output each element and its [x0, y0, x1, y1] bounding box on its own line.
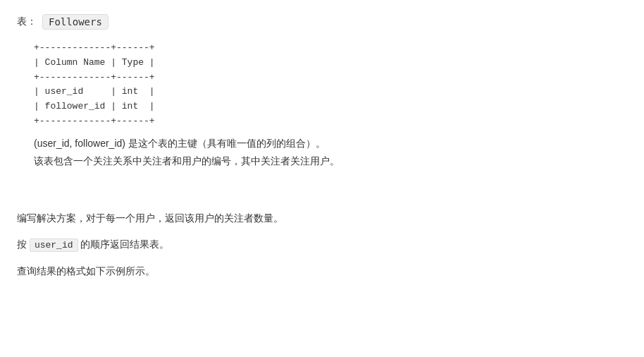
description-block: (user_id, follower_id) 是这个表的主键（具有唯一值的列的组…: [34, 135, 627, 170]
schema-border-mid: +-------------+------+: [34, 72, 155, 83]
description-line2: 该表包含一个关注关系中关注者和用户的编号，其中关注者关注用户。: [34, 152, 627, 170]
description-line1: (user_id, follower_id) 是这个表的主键（具有唯一值的列的组…: [34, 135, 627, 152]
task-paragraph2-prefix: 按: [17, 238, 30, 250]
user-id-code: user_id: [30, 238, 78, 252]
schema-row1: | user_id | int |: [34, 86, 155, 97]
schema-border-top: +-------------+------+: [34, 42, 155, 53]
schema-row2: | follower_id | int |: [34, 101, 155, 111]
schema-block: +-------------+------+ | Column Name | T…: [34, 41, 627, 129]
table-label-row: 表： Followers: [17, 14, 627, 30]
schema-header-row: | Column Name | Type |: [34, 57, 155, 68]
schema-border-bot: +-------------+------+: [34, 116, 155, 126]
task-paragraph3: 查询结果的格式如下示例所示。: [17, 262, 627, 280]
task-section: 编写解决方案，对于每一个用户，返回该用户的关注者数量。 按 user_id 的顺…: [17, 210, 627, 280]
task-paragraph2: 按 user_id 的顺序返回结果表。: [17, 236, 627, 253]
task-paragraph1: 编写解决方案，对于每一个用户，返回该用户的关注者数量。: [17, 210, 627, 227]
table-label-text: 表：: [17, 16, 37, 28]
task-paragraph2-suffix: 的顺序返回结果表。: [78, 238, 170, 250]
table-name-badge: Followers: [42, 14, 109, 30]
section-divider: [17, 187, 627, 204]
